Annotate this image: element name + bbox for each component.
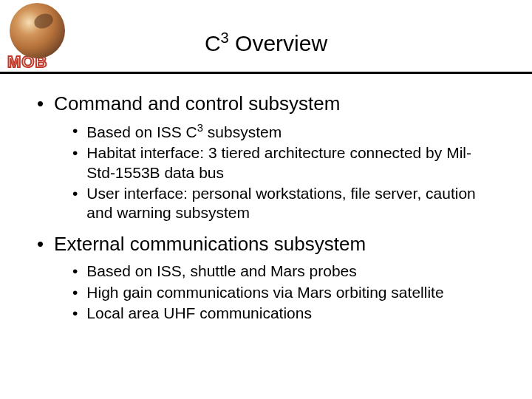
title-suffix: Overview xyxy=(229,31,327,55)
list-item: User interface: personal workstations, f… xyxy=(72,184,495,223)
sub-text: Based on ISS, shuttle and Mars probes xyxy=(86,262,356,281)
sub-list: Based on ISS, shuttle and Mars probes Hi… xyxy=(37,262,495,323)
bullet-list: Command and control subsystem Based on I… xyxy=(37,92,495,323)
sub-superscript: 3 xyxy=(197,122,203,134)
sub-text: Local area UHF communications xyxy=(86,304,312,323)
list-item: Based on ISS, shuttle and Mars probes xyxy=(72,262,495,281)
list-item: Local area UHF communications xyxy=(72,304,495,323)
sub-text: High gain communications via Mars orbiti… xyxy=(86,283,443,302)
bullet-heading: Command and control subsystem xyxy=(54,92,340,115)
slide-body: Command and control subsystem Based on I… xyxy=(0,74,532,323)
sub-text: User interface: personal workstations, f… xyxy=(86,184,495,223)
bullet-heading: External communications subsystem xyxy=(54,233,366,256)
sub-list: Based on ISS C3 subsystem Habitat interf… xyxy=(37,121,495,222)
list-item: Command and control subsystem Based on I… xyxy=(37,92,495,222)
list-item: High gain communications via Mars orbiti… xyxy=(72,283,495,302)
title-prefix: C xyxy=(205,31,221,55)
title-superscript: 3 xyxy=(221,30,229,46)
list-item: External communications subsystem Based … xyxy=(37,233,495,323)
sub-text: Habitat interface: 3 tiered architecture… xyxy=(86,143,495,183)
list-item: Habitat interface: 3 tiered architecture… xyxy=(72,143,495,183)
list-item: Based on ISS C3 subsystem xyxy=(72,121,495,142)
slide-header: MOB C3 Overview xyxy=(0,0,532,74)
slide-title: C3 Overview xyxy=(0,30,532,56)
sub-suffix: subsystem xyxy=(203,123,282,140)
sub-prefix: Based on ISS C xyxy=(86,123,197,140)
